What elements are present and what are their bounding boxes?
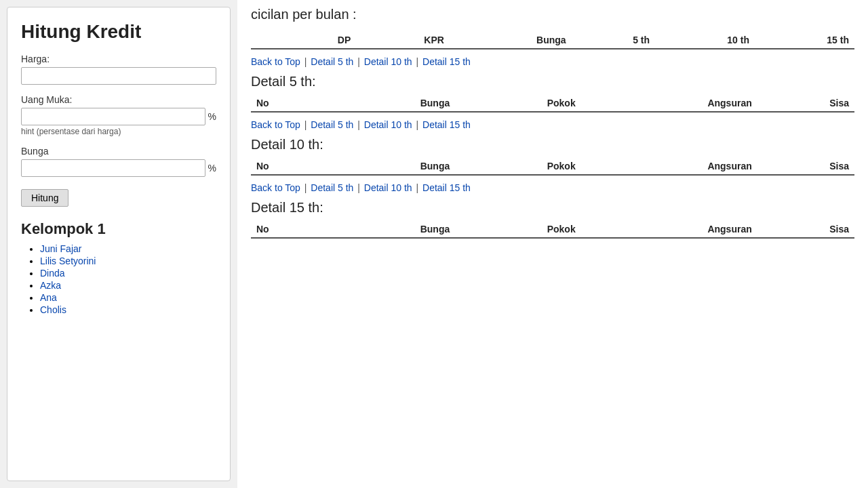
detail-15-section: Detail 15 th: No Bunga Pokok Angsuran Si… [251, 200, 854, 239]
d5-col-bunga: Bunga [326, 95, 455, 112]
detail-15-link-1[interactable]: Detail 15 th [422, 56, 471, 67]
harga-label: Harga: [21, 54, 216, 64]
list-item: Cholis [40, 304, 216, 315]
detail-15-link-3[interactable]: Detail 15 th [422, 182, 471, 193]
d15-col-angsuran: Angsuran [581, 221, 757, 238]
detail-15-title: Detail 15 th: [251, 200, 854, 216]
back-to-top-link-2[interactable]: Back to Top [251, 119, 300, 130]
uang-muka-unit: % [208, 111, 216, 122]
sidebar: Hitung Kredit Harga: Uang Muka: % hint (… [7, 7, 231, 481]
uang-muka-input[interactable] [21, 108, 205, 125]
detail-5-link-3[interactable]: Detail 5 th [311, 182, 353, 193]
member-link[interactable]: Lilis Setyorini [40, 256, 96, 266]
d15-col-pokok: Pokok [455, 221, 580, 238]
member-link[interactable]: Azka [40, 280, 61, 291]
separator: | [304, 56, 310, 67]
list-item: Lilis Setyorini [40, 256, 216, 266]
nav-links-1: Back to Top | Detail 5 th | Detail 10 th… [251, 56, 854, 67]
uang-muka-label: Uang Muka: [21, 94, 216, 105]
detail-5-table: No Bunga Pokok Angsuran Sisa [251, 95, 854, 113]
detail-5-section: Detail 5 th: No Bunga Pokok Angsuran Sis… [251, 74, 854, 113]
detail-10-link-2[interactable]: Detail 10 th [364, 119, 412, 130]
list-item: Ana [40, 292, 216, 303]
cicilan-title: cicilan per bulan : [251, 7, 854, 22]
nav-links-2: Back to Top | Detail 5 th | Detail 10 th… [251, 119, 854, 130]
kelompok-title: Kelompok 1 [21, 220, 216, 238]
detail-5-link-1[interactable]: Detail 5 th [311, 56, 353, 67]
d5-col-pokok: Pokok [455, 95, 580, 112]
d5-col-sisa: Sisa [757, 95, 854, 112]
detail-5-link-2[interactable]: Detail 5 th [311, 119, 353, 130]
detail-10-title: Detail 10 th: [251, 137, 854, 152]
separator: | [416, 119, 422, 130]
list-item: Dinda [40, 268, 216, 279]
summary-col-10th: 10 th [655, 32, 755, 49]
main-content: cicilan per bulan : DP KPR Bunga 5 th 10… [237, 0, 868, 488]
d15-col-sisa: Sisa [757, 221, 854, 238]
summary-col-15th: 15 th [755, 32, 854, 49]
d15-col-no: No [251, 221, 326, 238]
separator: | [416, 56, 422, 67]
d10-col-angsuran: Angsuran [581, 158, 757, 175]
d10-col-sisa: Sisa [757, 158, 854, 175]
detail-15-link-2[interactable]: Detail 15 th [422, 119, 471, 130]
member-link[interactable]: Juni Fajar [40, 243, 81, 254]
summary-col-5th: 5 th [572, 32, 655, 49]
nav-links-3: Back to Top | Detail 5 th | Detail 10 th… [251, 182, 854, 193]
sidebar-title: Hitung Kredit [21, 21, 216, 43]
hitung-button[interactable]: Hitung [21, 189, 68, 207]
harga-input[interactable] [21, 67, 216, 85]
member-link[interactable]: Dinda [40, 268, 65, 279]
d10-col-bunga: Bunga [326, 158, 455, 175]
detail-10-table: No Bunga Pokok Angsuran Sisa [251, 158, 854, 176]
detail-10-link-1[interactable]: Detail 10 th [364, 56, 412, 67]
summary-col-dp: DP [283, 32, 356, 49]
separator: | [416, 182, 422, 193]
summary-table: DP KPR Bunga 5 th 10 th 15 th [251, 32, 854, 49]
member-link[interactable]: Cholis [40, 304, 66, 315]
bunga-group: Bunga % [21, 146, 216, 177]
summary-col-kpr: KPR [356, 32, 450, 49]
uang-muka-group: Uang Muka: % hint (persentase dari harga… [21, 94, 216, 136]
list-item: Juni Fajar [40, 243, 216, 254]
d5-col-no: No [251, 95, 326, 112]
separator: | [357, 56, 363, 67]
harga-group: Harga: [21, 54, 216, 85]
detail-15-table: No Bunga Pokok Angsuran Sisa [251, 221, 854, 239]
member-link[interactable]: Ana [40, 292, 57, 303]
d15-col-bunga: Bunga [326, 221, 455, 238]
separator: | [357, 119, 363, 130]
separator: | [304, 182, 310, 193]
bunga-unit: % [208, 163, 216, 174]
back-to-top-link-3[interactable]: Back to Top [251, 182, 300, 193]
bunga-label: Bunga [21, 146, 216, 157]
d10-col-no: No [251, 158, 326, 175]
d5-col-angsuran: Angsuran [581, 95, 757, 112]
detail-10-section: Detail 10 th: No Bunga Pokok Angsuran Si… [251, 137, 854, 176]
separator: | [357, 182, 363, 193]
list-item: Azka [40, 280, 216, 291]
detail-10-link-3[interactable]: Detail 10 th [364, 182, 412, 193]
summary-col-bunga: Bunga [450, 32, 572, 49]
detail-5-title: Detail 5 th: [251, 74, 854, 89]
back-to-top-link-1[interactable]: Back to Top [251, 56, 300, 67]
separator: | [304, 119, 310, 130]
d10-col-pokok: Pokok [455, 158, 580, 175]
bunga-input[interactable] [21, 159, 205, 177]
member-list: Juni Fajar Lilis Setyorini Dinda Azka An… [21, 243, 216, 315]
uang-muka-hint: hint (persentase dari harga) [21, 127, 216, 136]
summary-col-empty [251, 32, 283, 49]
